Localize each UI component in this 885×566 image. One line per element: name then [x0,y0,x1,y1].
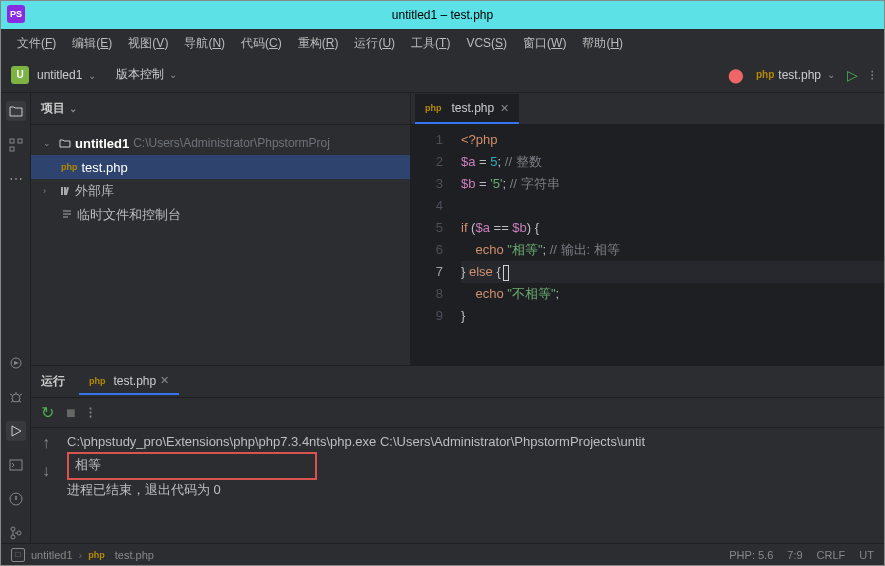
run-tool-icon[interactable] [6,421,26,441]
chevron-down-icon: ⌄ [43,138,55,148]
php-icon: php [88,550,105,560]
svg-point-9 [17,531,21,535]
git-tool-icon[interactable] [6,523,26,543]
problems-tool-icon[interactable] [6,489,26,509]
debug-tool-icon[interactable] [6,387,26,407]
status-encoding[interactable]: UT [859,549,874,561]
down-arrow-icon[interactable]: ↓ [42,462,50,480]
folder-icon [59,137,71,149]
rerun-icon[interactable]: ↻ [41,403,54,422]
vcs-dropdown[interactable]: 版本控制 ⌄ [116,66,177,83]
close-icon[interactable]: ✕ [500,102,509,115]
more-icon[interactable]: ⁝ [88,403,93,422]
title-bar: PS untitled1 – test.php [1,1,884,29]
run-gutter: ↑ ↓ [31,428,61,543]
tree-external-libs[interactable]: › 外部库 [31,179,410,203]
run-tab-testphp[interactable]: php test.php ✕ [79,369,179,395]
svg-point-8 [11,535,15,539]
stop-icon[interactable]: ■ [66,404,76,422]
menu-window[interactable]: 窗口(W) [515,35,574,52]
scratch-icon [61,209,73,221]
menu-tools[interactable]: 工具(T) [403,35,458,52]
console-command: C:\phpstudy_pro\Extensions\php\php7.3.4n… [67,432,878,452]
menu-vcs[interactable]: VCS(S) [458,36,515,50]
more-tools-icon[interactable]: ⋯ [6,169,26,189]
project-tool-icon[interactable] [6,101,26,121]
run-panel: 运行 php test.php ✕ ↻ ■ ⁝ ↑ ↓ C:\phpstudy_… [31,365,884,543]
run-panel-title: 运行 [41,373,65,390]
chevron-right-icon: › [43,186,55,196]
status-cursor-pos[interactable]: 7:9 [787,549,802,561]
menu-bar: 文件(F) 编辑(E) 视图(V) 导航(N) 代码(C) 重构(R) 运行(U… [1,29,884,57]
menu-refactor[interactable]: 重构(R) [290,35,347,52]
status-php-version[interactable]: PHP: 5.6 [729,549,773,561]
text-cursor [503,265,509,281]
svg-rect-1 [18,139,22,143]
project-tree: ⌄ untitled1 C:\Users\Administrator\Phpst… [31,125,410,233]
terminal-tool-icon[interactable] [6,455,26,475]
structure-tool-icon[interactable] [6,135,26,155]
close-icon[interactable]: ✕ [160,374,169,387]
output-highlight: 相等 [67,452,317,480]
library-icon [59,185,71,197]
menu-help[interactable]: 帮助(H) [574,35,631,52]
svg-rect-0 [10,139,14,143]
svg-rect-5 [10,460,22,470]
left-tool-rail: ⋯ [1,93,31,543]
run-button[interactable]: ▷ [847,67,858,83]
status-line-sep[interactable]: CRLF [817,549,846,561]
menu-file[interactable]: 文件(F) [9,35,64,52]
status-bar: □ untitled1 › php test.php PHP: 5.6 7:9 … [1,543,884,565]
php-icon: php [425,103,442,113]
app-logo: PS [7,5,25,23]
project-badge: U [11,66,29,84]
php-icon: php [61,162,78,172]
tree-root[interactable]: ⌄ untitled1 C:\Users\Administrator\Phpst… [31,131,410,155]
main-toolbar: U untitled1 ⌄ 版本控制 ⌄ ⬤̵ php test.php ⌄ ▷… [1,57,884,93]
nav-icon[interactable]: □ [11,548,25,562]
menu-navigate[interactable]: 导航(N) [176,35,233,52]
menu-code[interactable]: 代码(C) [233,35,290,52]
svg-point-7 [11,527,15,531]
svg-rect-2 [10,147,14,151]
tree-file-testphp[interactable]: php test.php [31,155,410,179]
more-actions-icon[interactable]: ⁝ [870,67,874,83]
console-output[interactable]: C:\phpstudy_pro\Extensions\php\php7.3.4n… [61,428,884,543]
up-arrow-icon[interactable]: ↑ [42,434,50,452]
bug-icon[interactable]: ⬤̵ [728,67,744,83]
breadcrumb-project[interactable]: untitled1 [31,549,73,561]
breadcrumb-file[interactable]: test.php [115,549,154,561]
run-config-dropdown[interactable]: php test.php ⌄ [756,68,835,82]
project-dropdown[interactable]: untitled1 ⌄ [37,68,96,82]
console-exit: 进程已结束，退出代码为 0 [67,480,878,500]
menu-run[interactable]: 运行(U) [346,35,403,52]
menu-view[interactable]: 视图(V) [120,35,176,52]
menu-edit[interactable]: 编辑(E) [64,35,120,52]
php-icon: php [756,69,774,80]
editor-tab-testphp[interactable]: php test.php ✕ [415,94,519,124]
services-tool-icon[interactable] [6,353,26,373]
window-title: untitled1 – test.php [392,8,493,22]
tree-scratches[interactable]: 临时文件和控制台 [31,203,410,227]
run-toolbar: ↻ ■ ⁝ [31,398,884,428]
svg-point-4 [12,394,20,402]
project-panel-header: 项目 ⌄ [31,93,410,125]
editor-tabs: php test.php ✕ [411,93,884,125]
php-icon: php [89,376,106,386]
